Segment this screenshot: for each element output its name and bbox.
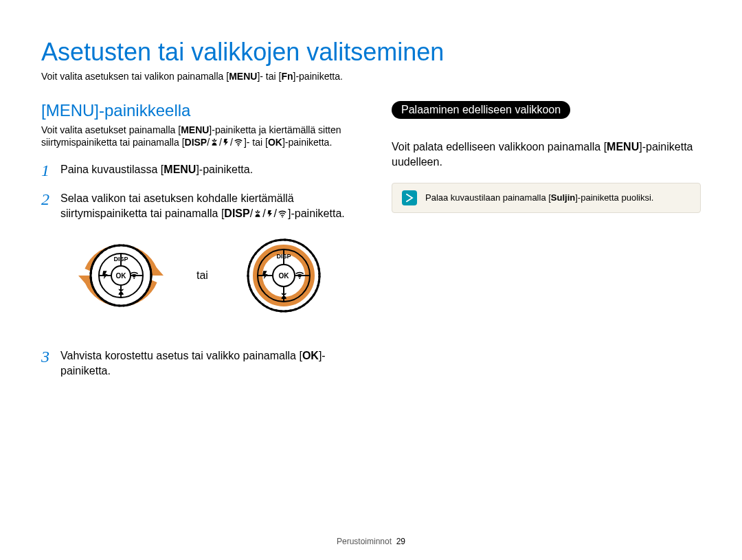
right-body-a: Voit palata edelliseen valikkoon painama…	[392, 141, 607, 153]
step2-b: ]-painiketta.	[288, 208, 345, 219]
note-b: ]-painiketta puoliksi.	[575, 192, 653, 203]
ok-key-label: OK	[268, 137, 282, 148]
step-2: Selaa valikon tai asetuksen kohdalle kie…	[41, 191, 350, 336]
callout-heading: Palaaminen edelliseen valikkoon	[392, 101, 570, 119]
step1-a: Paina kuvaustilassa [	[60, 164, 164, 175]
intro-c: ]- tai [	[244, 137, 268, 148]
page-footer: Perustoiminnot 29	[0, 537, 742, 546]
rotating-dial-illustration: OK DISP	[73, 227, 169, 324]
or-separator: tai	[196, 268, 208, 283]
step-3: Vahvista korostettu asetus tai valikko p…	[41, 348, 350, 378]
footer-section: Perustoiminnot	[337, 537, 392, 546]
intro-a: Voit valita asetukset painamalla [	[41, 124, 181, 135]
disp-key-label: DISP	[224, 208, 249, 219]
svg-point-22	[299, 278, 300, 279]
step1-b: ]-painiketta.	[196, 164, 253, 175]
step3-a: Vahvista korostettu asetus tai valikko p…	[60, 350, 302, 361]
menu-key-label: MENU	[229, 71, 257, 82]
svg-text:OK: OK	[116, 272, 127, 280]
macro-icon	[253, 208, 262, 223]
wifi-icon	[277, 208, 288, 223]
lead-mid: ]- tai [	[257, 71, 281, 82]
note-a: Palaa kuvaustilaan painamalla [	[425, 192, 551, 203]
dial-illustration-row: OK DISP tai	[73, 227, 350, 324]
svg-point-1	[282, 216, 283, 217]
menu-key-label: MENU	[607, 141, 639, 153]
menu-key-label: MENU	[181, 124, 209, 135]
note-text: Palaa kuvaustilaan painamalla [Suljin]-p…	[425, 192, 653, 204]
left-intro: Voit valita asetukset painamalla [MENU]-…	[41, 124, 350, 150]
disp-key-label: DISP	[185, 137, 207, 148]
left-heading: [MENU]-painikkeella	[41, 101, 350, 120]
right-body: Voit palata edelliseen valikkoon painama…	[392, 139, 701, 169]
menu-key-label: MENU	[164, 164, 196, 175]
note-icon	[402, 190, 417, 205]
page-title: Asetusten tai valikkojen valitseminen	[41, 38, 701, 67]
page-lead: Voit valita asetuksen tai valikon painam…	[41, 71, 701, 82]
wifi-icon	[233, 137, 244, 150]
lead-pre: Voit valita asetuksen tai valikon painam…	[41, 71, 229, 82]
flash-icon	[266, 208, 274, 223]
right-column: Palaaminen edelliseen valikkoon Voit pal…	[392, 101, 701, 390]
svg-point-12	[133, 278, 135, 279]
left-column: [MENU]-painikkeella Voit valita asetukse…	[41, 101, 350, 390]
svg-text:DISP: DISP	[113, 256, 128, 262]
svg-text:OK: OK	[278, 272, 289, 280]
flash-icon	[222, 137, 230, 150]
ok-key-label: OK	[302, 350, 319, 361]
steps-list: Paina kuvaustilassa [MENU]-painiketta. S…	[41, 162, 350, 378]
step-1: Paina kuvaustilassa [MENU]-painiketta.	[41, 162, 350, 179]
svg-point-0	[238, 144, 239, 146]
svg-text:DISP: DISP	[276, 253, 291, 260]
shutter-key-label: Suljin	[551, 192, 575, 203]
note-box: Palaa kuvaustilaan painamalla [Suljin]-p…	[392, 183, 701, 213]
lead-post: ]-painiketta.	[293, 71, 343, 82]
press-dial-illustration: OK DISP	[236, 227, 332, 324]
intro-d: ]-painiketta.	[282, 137, 332, 148]
page-number: 29	[396, 537, 405, 546]
macro-icon	[210, 137, 219, 150]
fn-key-label: Fn	[281, 71, 293, 82]
